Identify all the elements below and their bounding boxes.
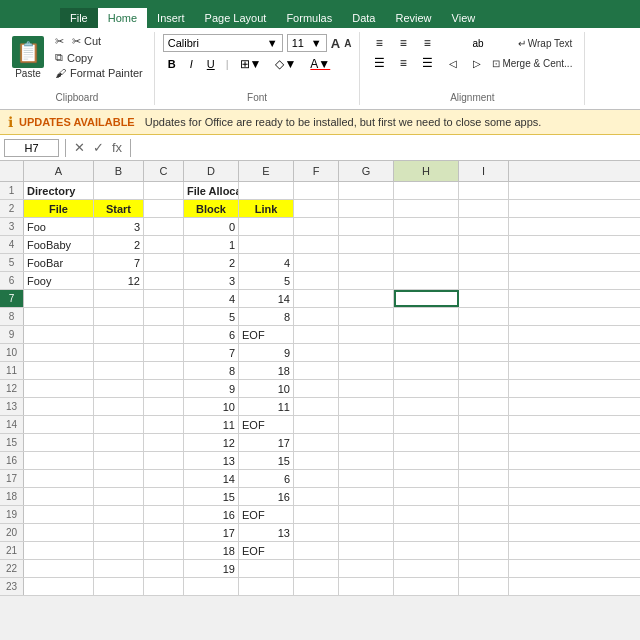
- cell-g12[interactable]: [339, 380, 394, 397]
- cell-c7[interactable]: [144, 290, 184, 307]
- cell-h2[interactable]: [394, 200, 459, 217]
- row-num-1[interactable]: 1: [0, 182, 24, 199]
- col-header-b[interactable]: B: [94, 161, 144, 181]
- cell-d9[interactable]: 6: [184, 326, 239, 343]
- cell-e7[interactable]: 14: [239, 290, 294, 307]
- cell-h18[interactable]: [394, 488, 459, 505]
- cell-e8[interactable]: 8: [239, 308, 294, 325]
- cell-a2[interactable]: File: [24, 200, 94, 217]
- cell-d18[interactable]: 15: [184, 488, 239, 505]
- tab-home[interactable]: Home: [98, 8, 147, 28]
- cell-i16[interactable]: [459, 452, 509, 469]
- cell-b15[interactable]: [94, 434, 144, 451]
- cell-c11[interactable]: [144, 362, 184, 379]
- row-num-8[interactable]: 8: [0, 308, 24, 325]
- cell-h9[interactable]: [394, 326, 459, 343]
- cell-c3[interactable]: [144, 218, 184, 235]
- cell-f17[interactable]: [294, 470, 339, 487]
- cell-h7[interactable]: [394, 290, 459, 307]
- cell-c13[interactable]: [144, 398, 184, 415]
- align-bottom-button[interactable]: ≡: [416, 34, 438, 52]
- cell-d2[interactable]: Block: [184, 200, 239, 217]
- cell-g5[interactable]: [339, 254, 394, 271]
- cell-b10[interactable]: [94, 344, 144, 361]
- cell-f12[interactable]: [294, 380, 339, 397]
- cell-d23[interactable]: [184, 578, 239, 595]
- cell-b21[interactable]: [94, 542, 144, 559]
- cell-g2[interactable]: [339, 200, 394, 217]
- cell-g13[interactable]: [339, 398, 394, 415]
- cell-a16[interactable]: [24, 452, 94, 469]
- cell-g20[interactable]: [339, 524, 394, 541]
- cell-f5[interactable]: [294, 254, 339, 271]
- cell-d14[interactable]: 11: [184, 416, 239, 433]
- row-num-14[interactable]: 14: [0, 416, 24, 433]
- cell-a6[interactable]: Fooy: [24, 272, 94, 289]
- confirm-formula-button[interactable]: ✓: [91, 140, 106, 155]
- row-num-4[interactable]: 4: [0, 236, 24, 253]
- cell-f8[interactable]: [294, 308, 339, 325]
- cell-f20[interactable]: [294, 524, 339, 541]
- cell-d11[interactable]: 8: [184, 362, 239, 379]
- cell-f7[interactable]: [294, 290, 339, 307]
- cell-e14[interactable]: EOF: [239, 416, 294, 433]
- cell-g3[interactable]: [339, 218, 394, 235]
- cell-h6[interactable]: [394, 272, 459, 289]
- cell-c20[interactable]: [144, 524, 184, 541]
- cell-c8[interactable]: [144, 308, 184, 325]
- cell-a1[interactable]: Directory: [24, 182, 94, 199]
- cell-g22[interactable]: [339, 560, 394, 577]
- cell-f21[interactable]: [294, 542, 339, 559]
- cell-i20[interactable]: [459, 524, 509, 541]
- cell-i12[interactable]: [459, 380, 509, 397]
- row-num-5[interactable]: 5: [0, 254, 24, 271]
- cell-e12[interactable]: 10: [239, 380, 294, 397]
- cell-c12[interactable]: [144, 380, 184, 397]
- cell-i23[interactable]: [459, 578, 509, 595]
- underline-button[interactable]: U: [202, 55, 220, 73]
- cell-e13[interactable]: 11: [239, 398, 294, 415]
- cell-c16[interactable]: [144, 452, 184, 469]
- cell-d8[interactable]: 5: [184, 308, 239, 325]
- cell-b20[interactable]: [94, 524, 144, 541]
- cell-i17[interactable]: [459, 470, 509, 487]
- cell-b6[interactable]: 12: [94, 272, 144, 289]
- cell-h23[interactable]: [394, 578, 459, 595]
- formula-input[interactable]: [137, 140, 636, 156]
- cell-f1[interactable]: [294, 182, 339, 199]
- cell-h22[interactable]: [394, 560, 459, 577]
- format-painter-button[interactable]: 🖌 Format Painter: [52, 66, 146, 80]
- cell-f22[interactable]: [294, 560, 339, 577]
- cell-f9[interactable]: [294, 326, 339, 343]
- cell-d13[interactable]: 10: [184, 398, 239, 415]
- align-left-button[interactable]: ☰: [368, 54, 390, 72]
- cell-e5[interactable]: 4: [239, 254, 294, 271]
- cell-e15[interactable]: 17: [239, 434, 294, 451]
- cell-i18[interactable]: [459, 488, 509, 505]
- cell-b23[interactable]: [94, 578, 144, 595]
- cell-h10[interactable]: [394, 344, 459, 361]
- cell-a23[interactable]: [24, 578, 94, 595]
- cell-h16[interactable]: [394, 452, 459, 469]
- cut-button[interactable]: ✂ ✂ Cut: [52, 34, 146, 49]
- cell-a18[interactable]: [24, 488, 94, 505]
- cell-c5[interactable]: [144, 254, 184, 271]
- row-num-11[interactable]: 11: [0, 362, 24, 379]
- cell-a15[interactable]: [24, 434, 94, 451]
- cell-a11[interactable]: [24, 362, 94, 379]
- cell-a7[interactable]: [24, 290, 94, 307]
- row-num-7[interactable]: 7: [0, 290, 24, 307]
- cell-a20[interactable]: [24, 524, 94, 541]
- cell-a5[interactable]: FooBar: [24, 254, 94, 271]
- row-num-17[interactable]: 17: [0, 470, 24, 487]
- merge-center-button[interactable]: ⊡ Merge & Cent...: [488, 57, 576, 70]
- cell-i15[interactable]: [459, 434, 509, 451]
- cell-i10[interactable]: [459, 344, 509, 361]
- cell-g10[interactable]: [339, 344, 394, 361]
- cell-c21[interactable]: [144, 542, 184, 559]
- cell-i9[interactable]: [459, 326, 509, 343]
- cell-b12[interactable]: [94, 380, 144, 397]
- cell-a10[interactable]: [24, 344, 94, 361]
- cell-d7[interactable]: 4: [184, 290, 239, 307]
- tab-page-layout[interactable]: Page Layout: [195, 8, 277, 28]
